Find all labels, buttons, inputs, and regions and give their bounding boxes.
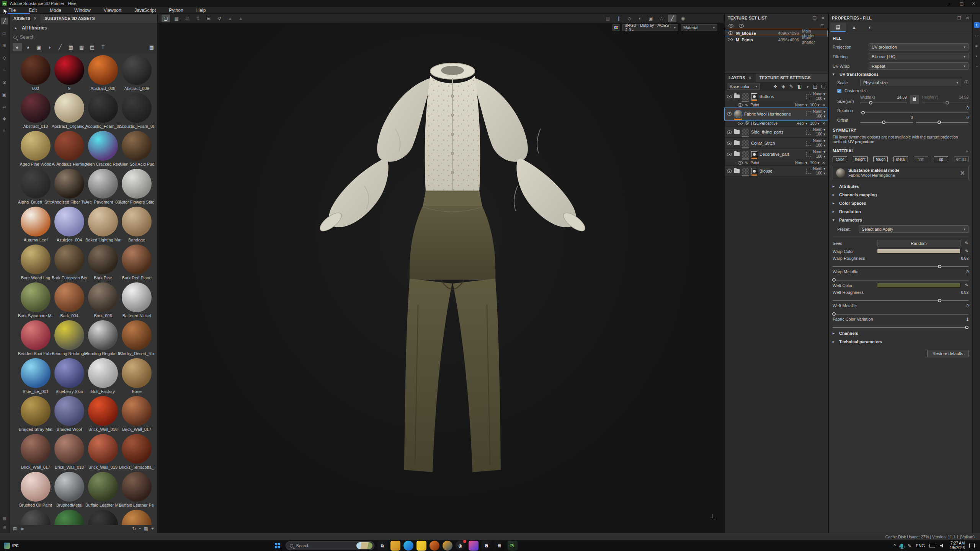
asset-item[interactable]: Bone [120,358,154,396]
asset-item[interactable] [120,510,154,525]
layer-action-icon[interactable]: ◑ [806,84,808,89]
fabric-color-variation-value[interactable]: 1 [966,317,969,321]
asset-item[interactable]: 003 [19,55,52,93]
maximize-button[interactable]: ▢ [959,1,963,6]
notification-center-icon[interactable] [969,543,975,548]
shelf-toggle-icon[interactable]: ⊞ [3,525,6,530]
asset-item[interactable]: Blueberry Skin [52,358,86,396]
edit-pencil-icon[interactable]: ✎ [965,241,969,246]
layer-row[interactable]: Blouse Norm ▾ 100 ▾ [725,166,828,177]
width-slider[interactable] [860,103,907,103]
add-asset-icon[interactable]: + [151,526,154,531]
tab-substance-3d-assets[interactable]: SUBSTANCE 3D ASSETS [41,14,98,23]
asset-item[interactable]: Bark_004 [52,282,86,320]
asset-item[interactable]: Blocky_Desert_Rock [120,320,154,358]
menu-item[interactable]: Window [74,8,91,13]
channel-color-button[interactable]: color [833,156,847,162]
popout-icon[interactable]: ❐ [957,16,961,21]
asset-item[interactable]: Azulejos_004 [52,207,86,245]
asset-item[interactable]: Alpha_Brush_Stitches... [19,169,52,207]
taskbar-app-icon[interactable] [469,541,479,551]
asset-item[interactable] [52,510,86,525]
chevron-down-icon[interactable]: ▾ [833,72,836,76]
tab-material[interactable]: ◐ [862,23,878,32]
thumbnail-size-slider[interactable]: • [139,526,140,531]
effect-opacity[interactable]: 100 ▾ [810,103,820,107]
minimize-button[interactable]: – [949,1,951,6]
remove-effect-icon[interactable]: ✕ [822,103,825,107]
library-selector[interactable]: ▸ All libraries [10,23,157,33]
mask-thumbnail[interactable] [742,140,749,147]
fill-thumbnail[interactable] [751,93,757,99]
refresh-icon[interactable]: ↻ [132,526,136,531]
viewport-display-icon[interactable]: ╱ [668,15,676,22]
mask-placeholder-icon[interactable] [806,152,811,157]
layer-effect-row[interactable]: ✎ Paint Norm ▾ 100 ▾ ✕ [725,160,828,166]
pen-icon[interactable]: ✎ [908,543,911,548]
mask-placeholder-icon[interactable] [806,141,811,146]
viewport-tool-icon[interactable]: ↺ [215,15,224,22]
asset-filter-icon[interactable]: ▣ [34,43,43,51]
asset-item[interactable]: Abstract_Organic_003 [52,93,86,131]
channel-emiss-button[interactable]: emiss [954,156,969,162]
asset-item[interactable] [86,510,120,525]
asset-item[interactable]: Autumn Leaf [19,207,52,245]
weft-color-swatch[interactable] [877,283,960,288]
layer-row[interactable]: Side_flying_parts Norm ▾ 100 ▾ [725,127,828,138]
remove-effect-icon[interactable]: ✕ [822,161,825,165]
display-icon[interactable] [929,544,935,548]
blend-mode[interactable]: Norm ▾ [813,139,825,143]
search-input[interactable] [19,34,153,40]
asset-item[interactable]: Braided Wool [52,396,86,434]
taskbar-app-icon[interactable] [416,541,426,551]
asset-item[interactable]: Abstract_010 [19,93,52,131]
menu-item[interactable]: Viewport [104,8,121,13]
taskbar-app-icon[interactable]: ≣ [495,541,505,551]
preset-dropdown[interactable]: Select and Apply▾ [859,225,969,233]
asset-item[interactable]: Bandage [120,207,154,245]
clear-material-icon[interactable]: ✕ [960,170,965,177]
layer-row[interactable]: Collar_Stitch Norm ▾ 100 ▾ [725,138,828,149]
mask-thumbnail[interactable] [742,129,749,135]
rotation-value[interactable]: 0 [966,106,969,110]
layer-action-icon[interactable]: ▤ [813,84,817,89]
tab-assets[interactable]: ASSETS ✕ [10,14,41,23]
shelf-settings-icon[interactable]: ◙ [21,526,23,531]
channel-nrm-button[interactable]: nrm [914,156,928,162]
offset-y-value[interactable]: 0 [966,116,969,120]
visibility-eye-icon[interactable] [728,38,733,41]
menu-item[interactable]: File [8,8,16,13]
eyedropper-icon[interactable]: ✎ [965,249,969,254]
viewport-display-icon[interactable]: ◉ [679,15,687,22]
tool-icon[interactable]: ❖ [1,116,8,122]
blend-mode[interactable]: Norm ▾ [813,127,825,132]
warp-roughness-slider[interactable] [833,266,969,267]
asset-item[interactable]: Bark European Beech [52,245,86,282]
color-profile-dropdown[interactable]: sRGB - Display - ACES 2.0 - ▾ [622,24,678,31]
channel-dropdown[interactable]: Base color▾ [727,83,760,90]
dock-icon[interactable]: ◐ [974,53,980,59]
layer-row-selected[interactable]: Fabric Wool Herringbone Norm ▾ 100 ▾ [725,108,828,120]
tab-fill-properties[interactable]: ▤ [830,23,846,32]
viewport-display-icon[interactable]: ◐ [636,15,644,22]
uv-wrap-dropdown[interactable]: Repeat▾ [869,62,969,70]
asset-item[interactable]: Aged Pine Wood [19,131,52,169]
import-resources-icon[interactable]: ▤ [13,526,17,531]
dock-icon[interactable]: ≡ [974,43,980,49]
viewport-display-icon[interactable]: ∥ [614,15,623,22]
asset-item[interactable]: Buffalo Leather Perfo... [120,472,154,510]
blend-mode[interactable]: Norm ▾ [813,150,825,154]
material-options-icon[interactable]: ≡ [966,148,969,153]
technical-parameters-group[interactable]: ▸Technical parameters [829,337,972,346]
layer-opacity[interactable]: 100 ▾ [816,171,826,176]
dock-icon[interactable]: ▭ [974,33,980,38]
tool-icon[interactable]: ▭ [1,30,8,37]
layer-opacity[interactable]: 100 ▾ [816,114,826,119]
taskbar-corner-widget[interactable]: IPC [0,543,84,549]
channel-rough-button[interactable]: rough [873,156,888,162]
tool-icon[interactable]: ▣ [1,91,8,98]
layer-action-icon[interactable]: ✎ [789,84,793,89]
asset-item[interactable]: Baked Lighting Mate... [86,207,120,245]
layer-opacity[interactable]: 100 ▾ [816,143,826,148]
close-button[interactable]: ✕ [972,1,975,6]
